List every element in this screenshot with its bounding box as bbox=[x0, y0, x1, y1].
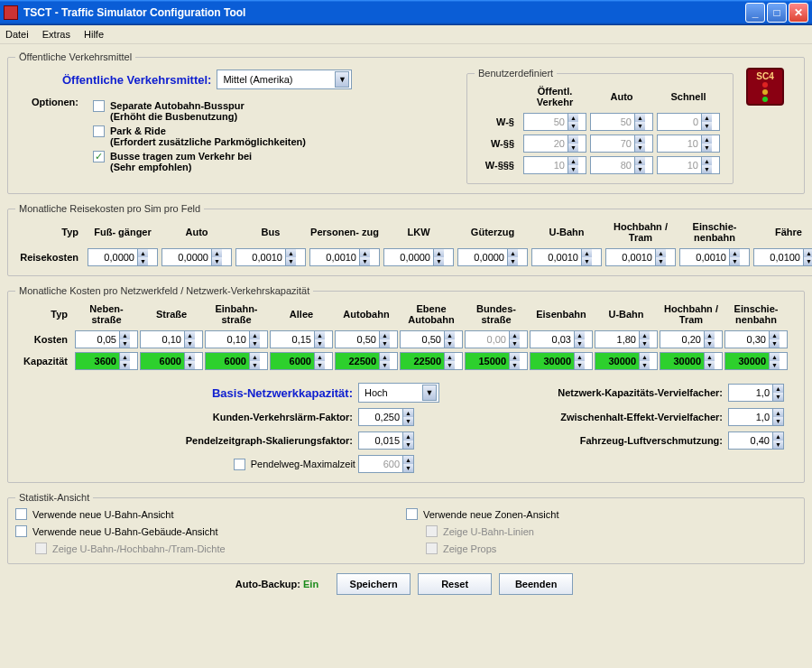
spin-up-icon[interactable]: ▲ bbox=[634, 135, 645, 144]
net-cost-6-input[interactable] bbox=[466, 331, 509, 348]
spin-down-icon[interactable]: ▼ bbox=[769, 361, 780, 369]
net-cap-0-input[interactable] bbox=[76, 353, 119, 369]
spin-up-icon[interactable]: ▲ bbox=[567, 114, 578, 122]
spin-down-icon[interactable]: ▼ bbox=[772, 393, 783, 401]
spin-up-icon[interactable]: ▲ bbox=[581, 249, 592, 257]
spin-up-icon[interactable]: ▲ bbox=[639, 353, 650, 361]
save-button[interactable]: Speichern bbox=[337, 573, 411, 595]
spin-down-icon[interactable]: ▼ bbox=[701, 144, 712, 152]
spin-down-icon[interactable]: ▼ bbox=[772, 417, 783, 425]
maximize-button[interactable]: □ bbox=[767, 3, 787, 23]
net-cap-2[interactable]: ▲▼ bbox=[205, 352, 268, 370]
travel-cost-3[interactable]: ▲▼ bbox=[309, 248, 380, 266]
net-cost-3[interactable]: ▲▼ bbox=[270, 330, 333, 348]
spin-up-icon[interactable]: ▲ bbox=[444, 353, 455, 361]
menu-file[interactable]: Datei bbox=[5, 29, 29, 40]
spin-down-icon[interactable]: ▼ bbox=[184, 339, 195, 348]
spin-up-icon[interactable]: ▲ bbox=[634, 157, 645, 165]
travel-cost-8[interactable]: ▲▼ bbox=[679, 248, 750, 266]
spin-down-icon[interactable]: ▼ bbox=[634, 122, 645, 130]
net-cost-0-input[interactable] bbox=[76, 331, 119, 348]
net-cost-7-input[interactable] bbox=[531, 331, 574, 348]
net-cost-1-input[interactable] bbox=[141, 331, 184, 348]
net-cap-8-input[interactable] bbox=[595, 353, 639, 369]
spin-up-icon[interactable]: ▲ bbox=[704, 353, 715, 361]
net-cost-4[interactable]: ▲▼ bbox=[335, 330, 398, 348]
spin-down-icon[interactable]: ▼ bbox=[803, 257, 812, 265]
spin-up-icon[interactable]: ▲ bbox=[655, 249, 666, 257]
spin-up-icon[interactable]: ▲ bbox=[769, 353, 780, 361]
spin-up-icon[interactable]: ▲ bbox=[803, 249, 812, 257]
reset-button[interactable]: Reset bbox=[418, 573, 492, 595]
spin-up-icon[interactable]: ▲ bbox=[402, 409, 413, 417]
spin-down-icon[interactable]: ▼ bbox=[249, 361, 260, 369]
net-cost-8-input[interactable] bbox=[595, 331, 639, 348]
graph-scale-spin-input[interactable] bbox=[359, 432, 402, 449]
spin-up-icon[interactable]: ▲ bbox=[359, 249, 370, 257]
minimize-button[interactable]: _ bbox=[745, 3, 765, 23]
stats-zones-checkbox[interactable] bbox=[406, 508, 418, 520]
travel-cost-9[interactable]: ▲▼ bbox=[753, 248, 812, 266]
spin-down-icon[interactable]: ▼ bbox=[433, 257, 444, 265]
opt-bustraffic-checkbox[interactable] bbox=[93, 151, 105, 162]
cust-1-auto-input[interactable] bbox=[591, 135, 634, 152]
net-cost-5[interactable]: ▲▼ bbox=[400, 330, 463, 348]
spin-down-icon[interactable]: ▼ bbox=[772, 441, 783, 449]
net-cost-4-input[interactable] bbox=[336, 331, 379, 348]
spin-up-icon[interactable]: ▲ bbox=[772, 409, 783, 417]
net-cost-9-input[interactable] bbox=[660, 331, 704, 348]
net-cost-7[interactable]: ▲▼ bbox=[530, 330, 593, 348]
spin-up-icon[interactable]: ▲ bbox=[137, 249, 148, 257]
spin-up-icon[interactable]: ▲ bbox=[314, 331, 325, 339]
stats-subway-checkbox[interactable] bbox=[15, 508, 27, 520]
spin-up-icon[interactable]: ▲ bbox=[634, 114, 645, 122]
spin-down-icon[interactable]: ▼ bbox=[567, 144, 578, 152]
spin-up-icon[interactable]: ▲ bbox=[509, 353, 520, 361]
net-cost-3-input[interactable] bbox=[271, 331, 314, 348]
spin-up-icon[interactable]: ▲ bbox=[574, 353, 585, 361]
spin-up-icon[interactable]: ▲ bbox=[402, 432, 413, 441]
noise-spin[interactable]: ▲▼ bbox=[358, 408, 414, 426]
spin-down-icon[interactable]: ▼ bbox=[314, 339, 325, 348]
spin-up-icon[interactable]: ▲ bbox=[567, 135, 578, 144]
spin-down-icon[interactable]: ▼ bbox=[119, 361, 130, 369]
spin-down-icon[interactable]: ▼ bbox=[567, 165, 578, 173]
net-cost-10-input[interactable] bbox=[725, 331, 769, 348]
spin-down-icon[interactable]: ▼ bbox=[137, 257, 148, 265]
travel-cost-3-input[interactable] bbox=[310, 249, 359, 265]
travel-cost-0-input[interactable] bbox=[88, 249, 137, 265]
spin-up-icon[interactable]: ▲ bbox=[772, 385, 783, 393]
travel-cost-8-input[interactable] bbox=[680, 249, 729, 265]
spin-up-icon[interactable]: ▲ bbox=[639, 331, 650, 339]
spin-down-icon[interactable]: ▼ bbox=[509, 339, 520, 348]
spin-up-icon[interactable]: ▲ bbox=[184, 331, 195, 339]
spin-down-icon[interactable]: ▼ bbox=[639, 339, 650, 348]
spin-up-icon[interactable]: ▲ bbox=[119, 353, 130, 361]
travel-cost-0[interactable]: ▲▼ bbox=[88, 248, 158, 266]
spin-down-icon[interactable]: ▼ bbox=[119, 339, 130, 348]
cust-1-fast[interactable]: ▲▼ bbox=[657, 135, 720, 153]
base-capacity-select[interactable]: Hoch ▼ bbox=[358, 383, 439, 403]
travel-cost-5-input[interactable] bbox=[458, 249, 507, 265]
spin-down-icon[interactable]: ▼ bbox=[729, 257, 740, 265]
opt-parkride-checkbox[interactable] bbox=[93, 125, 105, 137]
cust-0-fast[interactable]: ▲▼ bbox=[657, 113, 720, 131]
cust-1-transit-input[interactable] bbox=[524, 135, 567, 152]
spin-up-icon[interactable]: ▲ bbox=[249, 331, 260, 339]
spin-down-icon[interactable]: ▼ bbox=[704, 339, 715, 348]
cust-2-auto-input[interactable] bbox=[591, 157, 634, 173]
spin-down-icon[interactable]: ▼ bbox=[379, 339, 390, 348]
graph-scale-spin[interactable]: ▲▼ bbox=[358, 431, 414, 450]
spin-up-icon[interactable]: ▲ bbox=[701, 135, 712, 144]
spin-up-icon[interactable]: ▲ bbox=[433, 249, 444, 257]
cust-2-fast[interactable]: ▲▼ bbox=[657, 156, 720, 174]
spin-up-icon[interactable]: ▲ bbox=[509, 331, 520, 339]
net-cost-2[interactable]: ▲▼ bbox=[205, 330, 268, 348]
spin-up-icon[interactable]: ▲ bbox=[444, 331, 455, 339]
travel-cost-7[interactable]: ▲▼ bbox=[605, 248, 676, 266]
spin-up-icon[interactable]: ▲ bbox=[285, 249, 296, 257]
travel-cost-7-input[interactable] bbox=[606, 249, 655, 265]
spin-down-icon[interactable]: ▼ bbox=[769, 339, 780, 348]
net-cap-7[interactable]: ▲▼ bbox=[530, 352, 593, 370]
travel-cost-4-input[interactable] bbox=[384, 249, 433, 265]
